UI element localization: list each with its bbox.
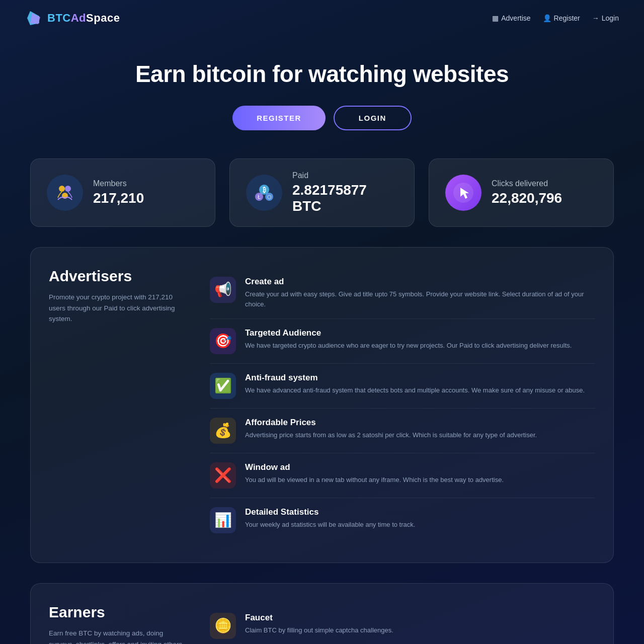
feature-targeted-audience: 🎯 Targeted Audience We have targeted cry… [210, 319, 595, 364]
hero-section: Earn bitcoin for watching websites REGIS… [0, 36, 644, 158]
affordable-prices-icon: 💰 [210, 418, 236, 444]
feature-detailed-statistics: 📊 Detailed Statistics Your weekly ad sta… [210, 498, 595, 542]
advertise-link[interactable]: ▦ Advertise [492, 14, 530, 22]
feature-affordable-prices: 💰 Affordable Prices Advertising price st… [210, 409, 595, 453]
earners-features: 🪙 Faucet Claim BTC by filling out simple… [210, 604, 595, 644]
affordable-prices-title: Affordable Prices [245, 418, 537, 428]
register-link[interactable]: 👤 Register [543, 14, 580, 22]
earners-title: Earners [49, 604, 190, 621]
register-nav-icon: 👤 [543, 14, 551, 22]
stats-row: Members 217,210 ₿ Ł ⬡ Paid 2.82175877 BT… [0, 158, 644, 247]
stat-paid-value: 2.82175877 BTC [292, 182, 398, 214]
advertise-icon: ▦ [492, 14, 499, 22]
earners-left: Earners Earn free BTC by watching ads, d… [49, 604, 190, 644]
logo[interactable]: BTCAdSpace [25, 9, 120, 27]
login-nav-icon: → [592, 14, 599, 22]
feature-create-ad: 📢 Create ad Create your ad with easy ste… [210, 268, 595, 319]
create-ad-icon: 📢 [210, 277, 236, 303]
anti-fraud-desc: We have advanced anti-fraud system that … [245, 385, 585, 395]
hero-title: Earn bitcoin for watching websites [0, 60, 644, 88]
stat-card-members: Members 217,210 [30, 158, 215, 227]
login-link[interactable]: → Login [592, 14, 619, 22]
anti-fraud-text: Anti-fraud system We have advanced anti-… [245, 373, 585, 395]
svg-text:Ł: Ł [258, 194, 261, 200]
create-ad-title: Create ad [245, 277, 595, 287]
nav: ▦ Advertise 👤 Register → Login [492, 14, 619, 22]
targeted-audience-desc: We have targeted crypto audience who are… [245, 341, 572, 351]
clicks-icon-wrap [445, 175, 481, 211]
window-ad-title: Window ad [245, 462, 504, 472]
affordable-prices-desc: Advertising price starts from as low as … [245, 430, 537, 440]
members-icon-wrap [47, 175, 83, 211]
detailed-statistics-text: Detailed Statistics Your weekly ad stati… [245, 507, 415, 530]
faucet-desc: Claim BTC by filling out simple captcha … [245, 625, 393, 635]
stat-clicks-text: Clicks delivered 22,820,796 [492, 179, 562, 206]
feature-window-ad: ❌ Window ad You ad will be viewed in a n… [210, 453, 595, 498]
svg-text:⬡: ⬡ [267, 194, 272, 200]
register-button[interactable]: REGISTER [232, 106, 326, 130]
stat-card-clicks: Clicks delivered 22,820,796 [429, 158, 614, 227]
detailed-statistics-desc: Your weekly ad statistics will be availa… [245, 520, 415, 530]
detailed-statistics-title: Detailed Statistics [245, 507, 415, 517]
paid-icon: ₿ Ł ⬡ [253, 182, 275, 204]
anti-fraud-icon: ✅ [210, 373, 236, 399]
stat-paid-text: Paid 2.82175877 BTC [292, 171, 398, 214]
advertisers-section: Advertisers Promote your crypto project … [30, 247, 614, 563]
window-ad-desc: You ad will be viewed in a new tab witho… [245, 475, 504, 485]
header: BTCAdSpace ▦ Advertise 👤 Register → Logi… [0, 0, 644, 36]
advertisers-title: Advertisers [49, 268, 190, 285]
feature-anti-fraud: ✅ Anti-fraud system We have advanced ant… [210, 364, 595, 409]
login-button[interactable]: LOGIN [334, 106, 412, 130]
stat-clicks-value: 22,820,796 [492, 190, 562, 206]
members-icon [54, 182, 76, 204]
logo-ad-text: Ad [71, 12, 86, 24]
paid-icon-wrap: ₿ Ł ⬡ [246, 175, 282, 211]
faucet-icon: 🪙 [210, 613, 236, 639]
stat-members-value: 217,210 [93, 190, 144, 206]
detailed-statistics-icon: 📊 [210, 507, 236, 533]
advertisers-features: 📢 Create ad Create your ad with easy ste… [210, 268, 595, 542]
logo-btc-text: BTC [47, 12, 71, 24]
create-ad-text: Create ad Create your ad with easy steps… [245, 277, 595, 309]
logo-icon [25, 9, 43, 27]
anti-fraud-title: Anti-fraud system [245, 373, 585, 383]
targeted-audience-text: Targeted Audience We have targeted crypt… [245, 328, 572, 351]
stat-members-text: Members 217,210 [93, 179, 144, 206]
advertisers-left: Advertisers Promote your crypto project … [49, 268, 190, 542]
stat-members-label: Members [93, 179, 144, 188]
earners-desc: Earn free BTC by watching ads, doing sur… [49, 628, 190, 644]
clicks-icon [452, 182, 474, 204]
faucet-text: Faucet Claim BTC by filling out simple c… [245, 613, 393, 635]
faucet-title: Faucet [245, 613, 393, 623]
window-ad-text: Window ad You ad will be viewed in a new… [245, 462, 504, 485]
earners-section: Earners Earn free BTC by watching ads, d… [30, 583, 614, 644]
targeted-audience-title: Targeted Audience [245, 328, 572, 338]
svg-point-2 [59, 186, 65, 192]
logo-space-text: Space [86, 12, 120, 24]
affordable-prices-text: Affordable Prices Advertising price star… [245, 418, 537, 440]
stat-clicks-label: Clicks delivered [492, 179, 562, 188]
targeted-audience-icon: 🎯 [210, 328, 236, 354]
stat-card-paid: ₿ Ł ⬡ Paid 2.82175877 BTC [229, 158, 415, 227]
window-ad-icon: ❌ [210, 462, 236, 489]
hero-buttons: REGISTER LOGIN [0, 106, 644, 130]
feature-faucet: 🪙 Faucet Claim BTC by filling out simple… [210, 604, 595, 644]
create-ad-desc: Create your ad with easy steps. Give ad … [245, 289, 595, 309]
advertisers-desc: Promote your crypto project with 217,210… [49, 292, 190, 325]
stat-paid-label: Paid [292, 171, 398, 180]
svg-text:₿: ₿ [263, 186, 266, 194]
svg-point-3 [65, 186, 71, 192]
